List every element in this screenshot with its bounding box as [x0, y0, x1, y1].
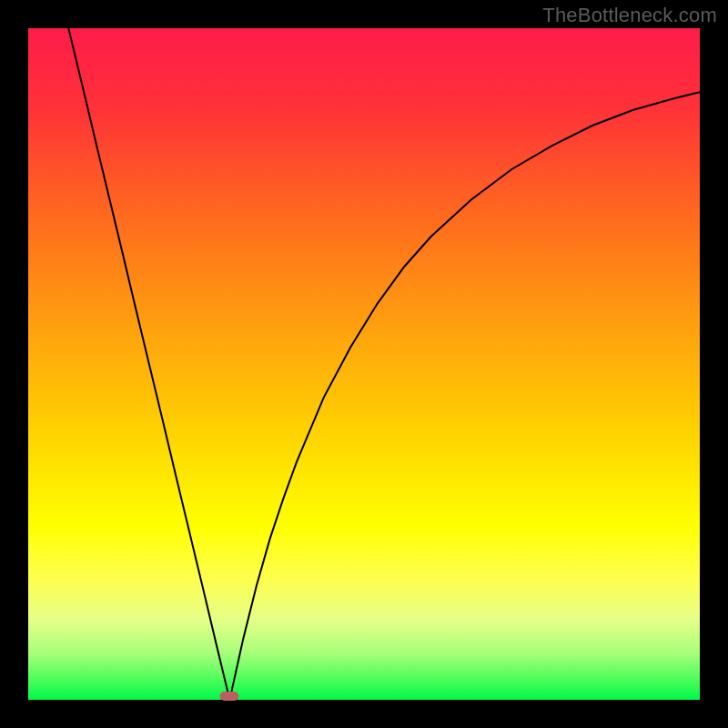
chart-frame: TheBottleneck.com [0, 0, 728, 728]
watermark-text: TheBottleneck.com [542, 4, 717, 27]
plot-area [28, 28, 700, 700]
bottleneck-curve [28, 28, 700, 700]
curve-path [68, 28, 700, 700]
minimum-marker [220, 692, 239, 701]
